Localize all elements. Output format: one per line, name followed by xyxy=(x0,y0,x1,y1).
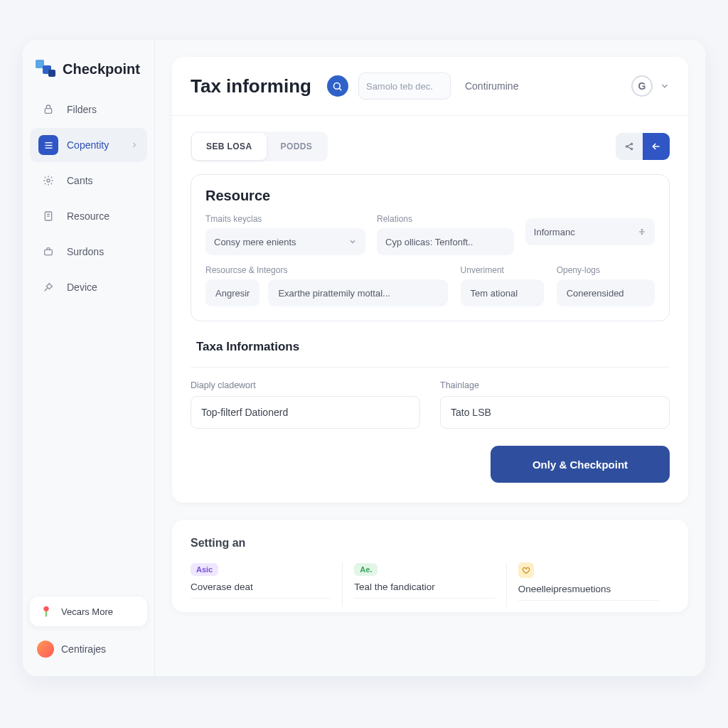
search-icon xyxy=(332,81,343,92)
lock-icon xyxy=(38,100,58,119)
refresh-button[interactable]: G xyxy=(631,75,653,97)
logo-mark-icon xyxy=(36,60,55,78)
relations-select[interactable]: Cyp ollicas: Tenfonft.. xyxy=(377,228,514,255)
page-title: Tax informing xyxy=(191,75,311,97)
informanc-select[interactable]: Informanc xyxy=(525,218,655,245)
chip-tem-ational[interactable]: Tem ational xyxy=(461,279,544,306)
sidebar-item-copentity[interactable]: Copentity xyxy=(30,128,147,162)
field-label: Relations xyxy=(377,214,514,224)
field-label: Tmaits keyclas xyxy=(205,214,365,224)
chevron-down-icon xyxy=(348,237,357,246)
settings-col-1: Asic Coverase deat xyxy=(191,562,342,606)
search-button[interactable] xyxy=(327,75,348,97)
sidebar-item-label: Surdons xyxy=(67,246,104,257)
share-icon xyxy=(624,141,634,151)
svg-point-13 xyxy=(631,143,632,144)
svg-line-11 xyxy=(339,88,341,90)
sidebar-item-device[interactable]: Device xyxy=(30,270,147,304)
field-value: Informanc xyxy=(534,227,575,237)
field-label: Unveriment xyxy=(461,265,544,275)
field-value: Cyp ollicas: Tenfonft.. xyxy=(385,237,473,247)
sidebar-item-label: Copentity xyxy=(67,139,109,151)
list-icon xyxy=(38,135,58,155)
app-frame: Checkpoint Filders Copentity xyxy=(23,40,705,676)
sidebar-item-resource[interactable]: Resource xyxy=(30,199,147,233)
avatar-icon xyxy=(37,641,54,658)
primary-card: Tax informing Samolo teb dec. Contirumin… xyxy=(172,57,688,503)
main-content: Tax informing Samolo teb dec. Contirumin… xyxy=(155,40,705,676)
sidebar-item-filders[interactable]: Filders xyxy=(30,92,147,127)
field-value: Consy mere enients xyxy=(214,237,296,247)
thainlage-input[interactable] xyxy=(440,396,670,429)
chip-angresir[interactable]: Angresir xyxy=(205,279,259,306)
sidebar-nav: Filders Copentity Cants xyxy=(30,92,147,304)
svg-rect-0 xyxy=(45,109,51,114)
header-link[interactable]: Contirumine xyxy=(465,80,518,92)
settings-col-2: Ae. Teal the fandicatior xyxy=(342,562,505,606)
gear-icon xyxy=(38,171,58,191)
field-label: Thainlage xyxy=(440,380,670,390)
settings-card: Setting an Asic Coverase deat Ae. Teal t… xyxy=(172,520,688,612)
document-icon xyxy=(38,206,58,226)
brand-logo: Checkpoint xyxy=(30,57,147,92)
tab-podds[interactable]: PODDS xyxy=(267,133,327,160)
promo-card[interactable]: Vecars More xyxy=(30,596,147,626)
sidebar-item-surdons[interactable]: Surdons xyxy=(30,235,147,269)
settings-title: Setting an xyxy=(191,537,670,550)
user-name: Centirajes xyxy=(61,643,106,655)
svg-line-15 xyxy=(628,144,631,146)
field-label: Resourcse & Integors xyxy=(205,265,448,275)
promo-text: Vecars More xyxy=(61,606,113,617)
svg-point-14 xyxy=(631,148,632,149)
sidebar-item-cants[interactable]: Cants xyxy=(30,164,147,198)
sidebar-item-label: Device xyxy=(67,282,97,293)
tabs-row: SEB LOSA PODDS xyxy=(191,132,670,161)
pin-icon xyxy=(38,604,54,619)
section-title: Taxa Informations xyxy=(196,340,670,354)
sidebar-item-label: Resource xyxy=(67,210,109,222)
field-label: Openy-logs xyxy=(557,265,655,275)
search-placeholder: Samolo teb dec. xyxy=(366,81,433,92)
keyclass-select[interactable]: Consy mere enients xyxy=(205,228,365,255)
chip-conerensided[interactable]: Conerensided xyxy=(557,279,655,306)
sidebar: Checkpoint Filders Copentity xyxy=(23,40,155,676)
badge: Asic xyxy=(191,563,218,576)
svg-rect-8 xyxy=(45,250,53,255)
tab-actions xyxy=(616,133,670,160)
resource-panel: Resource Tmaits keyclas Consy mere enien… xyxy=(191,174,670,321)
badge: Ae. xyxy=(354,563,378,576)
briefcase-icon xyxy=(38,242,58,262)
svg-point-10 xyxy=(334,82,341,89)
diaply-input[interactable] xyxy=(191,396,420,429)
sidebar-footer: Vecars More Centirajes xyxy=(30,596,147,662)
chevron-right-icon xyxy=(130,141,139,149)
settings-col-3: Oneelleipresmuetions xyxy=(506,562,670,606)
tab-seb-losa[interactable]: SEB LOSA xyxy=(192,133,267,160)
chevron-down-icon[interactable] xyxy=(660,81,670,91)
col-title: Teal the fandicatior xyxy=(354,582,494,592)
search-input[interactable]: Samolo teb dec. xyxy=(358,73,451,100)
g-icon: G xyxy=(638,80,646,92)
chip-exarthe[interactable]: Exarthe pirattemily mottal... xyxy=(268,279,447,306)
share-button[interactable] xyxy=(616,133,643,160)
col-title: Coverase deat xyxy=(191,582,331,592)
sidebar-item-label: Filders xyxy=(67,104,97,115)
svg-point-4 xyxy=(47,179,50,182)
tool-icon xyxy=(38,277,58,297)
move-icon xyxy=(638,228,646,236)
sidebar-item-label: Cants xyxy=(67,175,93,186)
svg-point-9 xyxy=(43,606,48,611)
divider xyxy=(191,367,670,368)
user-profile[interactable]: Centirajes xyxy=(30,636,147,662)
arrow-left-icon xyxy=(651,141,662,152)
card-header: Tax informing Samolo teb dec. Contirumin… xyxy=(172,57,688,116)
panel-title: Resource xyxy=(205,188,655,204)
submit-button[interactable]: Only & Checkpoint xyxy=(491,446,670,483)
field-label: Diaply cladewort xyxy=(191,380,420,390)
svg-point-12 xyxy=(626,146,627,147)
card-body: SEB LOSA PODDS Resource xyxy=(172,116,688,503)
col-title: Oneelleipresmuetions xyxy=(518,584,658,594)
tab-list: SEB LOSA PODDS xyxy=(191,132,328,161)
back-button[interactable] xyxy=(643,133,670,160)
svg-line-16 xyxy=(628,147,631,149)
